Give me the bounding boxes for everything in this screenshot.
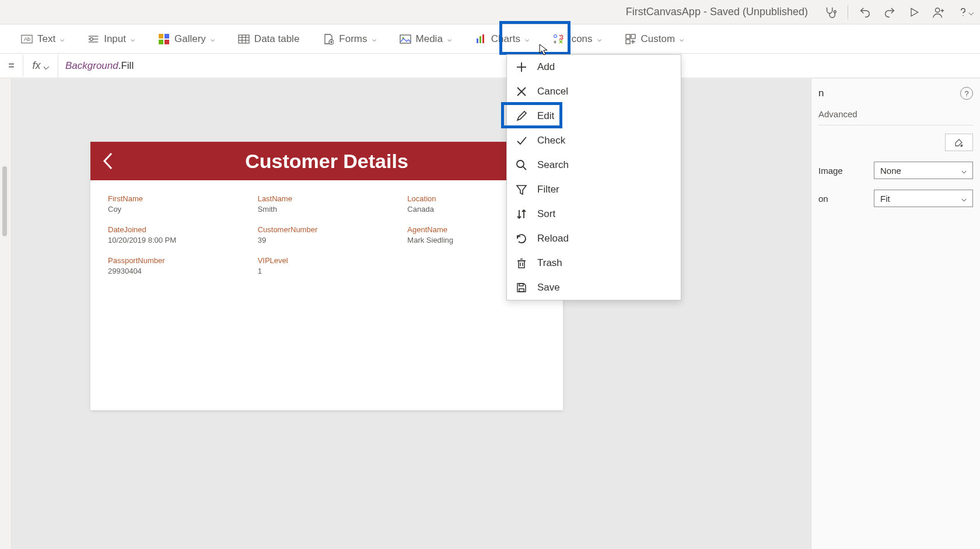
add-icon	[515, 61, 528, 74]
tree-view-rail[interactable]	[0, 79, 12, 549]
value: 1	[258, 267, 396, 275]
icons-menu-item-search[interactable]: Search	[507, 153, 681, 177]
label: PassportNumber	[108, 256, 246, 265]
icons-menu-item-trash[interactable]: Trash	[507, 251, 681, 275]
ribbon-icons-label: Icons	[569, 33, 593, 45]
ribbon-custom-label: Custom	[641, 33, 676, 45]
separator	[848, 5, 848, 19]
app-screen[interactable]: Customer Details FirstName Coy LastName …	[90, 142, 563, 410]
ribbon-datatable-label: Data table	[254, 33, 300, 45]
reload-icon	[515, 232, 528, 245]
play-icon	[908, 6, 920, 18]
datatable-icon	[238, 33, 250, 45]
svg-rect-27	[631, 34, 635, 39]
undo-button[interactable]	[854, 1, 876, 23]
cancel-icon	[515, 85, 528, 98]
custom-icon	[625, 33, 636, 45]
tab-advanced[interactable]: Advanced	[818, 109, 858, 119]
callout-highlight-edit	[501, 102, 562, 128]
app-checker-button[interactable]	[820, 1, 842, 23]
chevron-down-icon: ⌵	[961, 193, 967, 204]
select-value: None	[880, 166, 901, 176]
menu-item-label: Add	[537, 61, 555, 73]
formula-fx-button[interactable]: fx ⌵	[23, 55, 58, 77]
svg-rect-14	[239, 35, 249, 43]
icons-menu-item-save[interactable]: Save	[507, 275, 681, 300]
svg-rect-44	[519, 284, 523, 286]
stethoscope-icon	[824, 6, 837, 19]
svg-line-34	[523, 167, 526, 170]
menu-item-label: Save	[537, 282, 560, 293]
share-button[interactable]	[928, 1, 950, 23]
back-arrow-icon[interactable]	[101, 151, 114, 171]
value: 10/20/2019 8:00 PM	[108, 236, 246, 244]
svg-rect-38	[519, 261, 524, 268]
paint-icon	[954, 137, 964, 148]
formula-token-2: .Fill	[118, 60, 134, 71]
field-datejoined: DateJoined 10/20/2019 8:00 PM	[108, 223, 246, 250]
svg-rect-26	[626, 34, 630, 39]
svg-point-7	[90, 37, 93, 40]
play-button[interactable]	[903, 1, 925, 23]
ribbon-media[interactable]: Media ⌵	[396, 25, 455, 53]
formula-equals: =	[0, 55, 23, 76]
label: CustomerNumber	[258, 225, 396, 234]
ribbon-text-label: Text	[37, 33, 55, 45]
svg-marker-35	[517, 186, 526, 194]
icons-menu-item-filter[interactable]: Filter	[507, 177, 681, 202]
ribbon-gallery[interactable]: Gallery ⌵	[155, 25, 218, 53]
undo-icon	[859, 6, 872, 19]
formula-token-1: Background	[65, 60, 118, 71]
chevron-down-icon: ⌵	[447, 35, 452, 43]
ribbon-custom[interactable]: Custom ⌵	[621, 25, 688, 53]
chevron-down-icon: ⌵	[43, 60, 49, 72]
svg-rect-22	[477, 39, 478, 43]
icons-menu-item-reload[interactable]: Reload	[507, 226, 681, 251]
chevron-down-icon: ⌵	[60, 35, 64, 43]
label: LastName	[258, 194, 396, 203]
field-customernumber: CustomerNumber 39	[258, 223, 396, 250]
prop-position-select[interactable]: Fit ⌵	[874, 190, 973, 207]
field-vip: VIPLevel 1	[258, 254, 396, 281]
value: 29930404	[108, 267, 246, 275]
ribbon-input-label: Input	[104, 33, 126, 45]
menu-item-label: Sort	[537, 208, 555, 220]
save-icon	[515, 281, 528, 294]
formula-expand-button[interactable]: ⌵	[963, 0, 980, 23]
svg-text:Ab: Ab	[24, 36, 30, 42]
value: Smith	[258, 205, 396, 214]
label: VIPLevel	[258, 256, 396, 265]
menu-item-label: Reload	[537, 233, 569, 244]
scrollbar-thumb[interactable]	[2, 166, 7, 236]
panel-title: n	[818, 88, 824, 99]
ribbon-datatable[interactable]: Data table	[235, 25, 303, 53]
icons-menu-item-add[interactable]: Add	[507, 55, 681, 79]
select-value: Fit	[880, 194, 890, 204]
ribbon-input[interactable]: Input ⌵	[84, 25, 138, 53]
icons-menu-item-cancel[interactable]: Cancel	[507, 79, 681, 104]
icons-menu-item-sort[interactable]: Sort	[507, 202, 681, 226]
svg-rect-12	[159, 40, 163, 44]
label: FirstName	[108, 194, 246, 203]
icons-dropdown[interactable]: AddCancelEditCheckSearchFilterSortReload…	[506, 54, 681, 300]
canvas-area[interactable]: Customer Details FirstName Coy LastName …	[12, 79, 811, 549]
forms-icon	[323, 33, 334, 45]
fill-color-button[interactable]	[945, 134, 973, 151]
details-form: FirstName Coy LastName Smith Location Ca…	[90, 180, 563, 293]
ribbon-text[interactable]: Ab Text ⌵	[18, 25, 68, 53]
panel-help-icon[interactable]: ?	[960, 87, 973, 100]
svg-point-33	[517, 160, 524, 167]
icons-menu-item-check[interactable]: Check	[507, 128, 681, 153]
screen-header: Customer Details	[90, 142, 563, 180]
input-icon	[88, 33, 99, 45]
field-firstname: FirstName Coy	[108, 192, 246, 219]
redo-icon	[883, 6, 896, 19]
redo-button[interactable]	[878, 1, 901, 23]
prop-image-select[interactable]: None ⌵	[874, 162, 973, 179]
check-icon	[515, 134, 528, 147]
ribbon-forms[interactable]: Forms ⌵	[319, 25, 379, 53]
ribbon-media-label: Media	[416, 33, 443, 45]
chevron-down-icon: ⌵	[131, 35, 135, 43]
menu-item-label: Trash	[537, 257, 562, 269]
text-icon: Ab	[21, 33, 33, 45]
